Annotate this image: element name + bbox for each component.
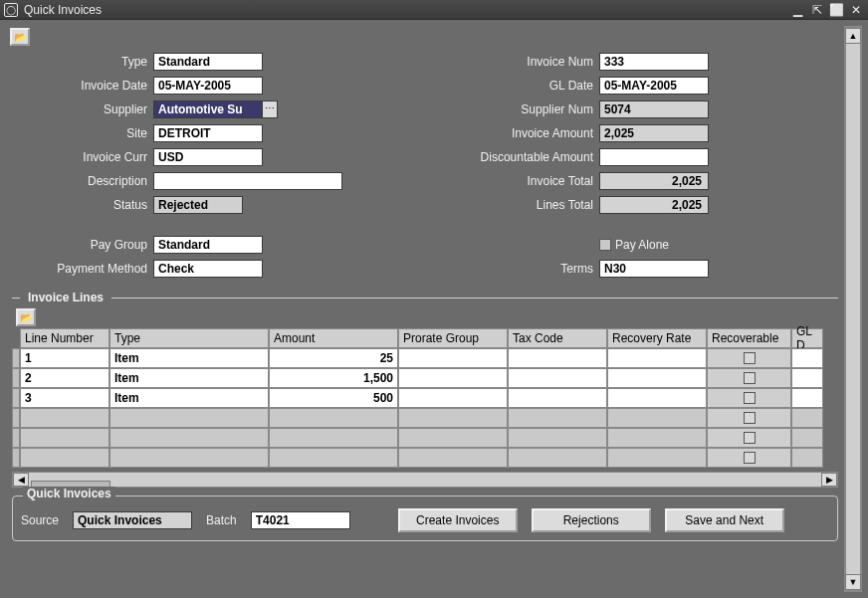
lines-total-label: Lines Total <box>440 198 599 212</box>
col-type[interactable]: Type <box>109 328 269 348</box>
invoice-header-form: Type Invoice Date Supplier ⋯ Site <box>6 48 844 287</box>
table-row-empty[interactable] <box>12 428 838 448</box>
type-label: Type <box>14 55 153 69</box>
col-line-number[interactable]: Line Number <box>20 328 109 348</box>
table-row-empty[interactable] <box>12 408 838 428</box>
create-invoices-button[interactable]: Create Invoices <box>398 508 518 532</box>
type-field[interactable] <box>153 53 263 71</box>
grid-horizontal-scrollbar[interactable]: ◀ ▶ <box>12 472 838 488</box>
cell-type[interactable]: Item <box>109 348 269 368</box>
scroll-down-icon[interactable]: ▼ <box>845 574 861 590</box>
table-row[interactable]: 3Item500 <box>12 388 838 408</box>
status-label: Status <box>14 198 153 212</box>
cell-recoverable[interactable] <box>707 368 791 388</box>
pay-alone-checkbox[interactable] <box>599 239 611 251</box>
supplier-field[interactable] <box>153 100 263 118</box>
folder-actions-icon[interactable]: 📂 <box>10 28 30 46</box>
discountable-field[interactable] <box>599 148 709 166</box>
recoverable-checkbox[interactable] <box>744 432 756 444</box>
rejections-button[interactable]: Rejections <box>532 508 651 532</box>
cell-recovery-rate[interactable] <box>607 388 707 408</box>
description-field[interactable] <box>153 172 342 190</box>
col-recoverable[interactable]: Recoverable <box>707 328 791 348</box>
lines-folder-icon[interactable]: 📂 <box>16 308 36 326</box>
invoice-num-field[interactable] <box>599 53 709 71</box>
gl-date-field[interactable] <box>599 77 709 95</box>
table-row-empty[interactable] <box>12 448 838 468</box>
cell-tax-code[interactable] <box>508 348 607 368</box>
col-tax-code[interactable]: Tax Code <box>508 328 607 348</box>
status-field <box>153 196 243 214</box>
discountable-label: Discountable Amount <box>440 150 599 164</box>
cell-type[interactable]: Item <box>109 388 269 408</box>
table-row[interactable]: 2Item1,500 <box>12 368 838 388</box>
row-handle[interactable] <box>12 348 20 368</box>
cell-amount[interactable]: 1,500 <box>269 368 398 388</box>
cell-tax-code[interactable] <box>508 388 607 408</box>
col-amount[interactable]: Amount <box>269 328 398 348</box>
site-field[interactable] <box>153 124 263 142</box>
cell-amount[interactable]: 500 <box>269 388 398 408</box>
minimize-icon[interactable]: ▁ <box>790 3 806 17</box>
cell-gl[interactable] <box>791 368 823 388</box>
invoice-date-label: Invoice Date <box>14 79 153 93</box>
cell-recovery-rate[interactable] <box>607 368 707 388</box>
source-field[interactable] <box>73 511 192 529</box>
col-prorate-group[interactable]: Prorate Group <box>398 328 508 348</box>
pay-alone-label: Pay Alone <box>615 238 669 252</box>
cell-gl[interactable] <box>791 388 823 408</box>
vertical-scrollbar[interactable]: ▲ ▼ <box>844 26 862 592</box>
payment-method-field[interactable] <box>153 260 263 278</box>
quick-invoices-window: ◯ Quick Invoices ▁ ⇱ ⬜ ✕ 📂 Type <box>0 0 868 598</box>
scroll-up-icon[interactable]: ▲ <box>845 28 861 44</box>
cell-line-number[interactable]: 2 <box>20 368 109 388</box>
cell-amount[interactable]: 25 <box>269 348 398 368</box>
window-title: Quick Invoices <box>24 3 790 17</box>
row-handle[interactable] <box>12 388 20 408</box>
supplier-num-field <box>599 100 709 118</box>
row-handle[interactable] <box>12 408 20 428</box>
invoice-amount-label: Invoice Amount <box>440 126 599 140</box>
invoice-amount-field[interactable] <box>599 124 709 142</box>
cell-prorate-group[interactable] <box>398 368 508 388</box>
batch-field[interactable] <box>251 511 350 529</box>
cell-recoverable[interactable] <box>707 388 791 408</box>
cell-type[interactable]: Item <box>109 368 269 388</box>
maximize-icon[interactable]: ⬜ <box>829 3 845 17</box>
invoice-curr-field[interactable] <box>153 148 263 166</box>
recoverable-checkbox[interactable] <box>744 352 756 364</box>
title-bar[interactable]: ◯ Quick Invoices ▁ ⇱ ⬜ ✕ <box>0 0 868 20</box>
table-row[interactable]: 1Item25 <box>12 348 838 368</box>
footer-title: Quick Invoices <box>23 487 115 500</box>
cell-recovery-rate[interactable] <box>607 348 707 368</box>
pay-group-label: Pay Group <box>14 238 153 252</box>
row-handle[interactable] <box>12 448 20 468</box>
restore-icon[interactable]: ⇱ <box>809 3 825 17</box>
scroll-left-icon[interactable]: ◀ <box>13 473 29 487</box>
row-handle[interactable] <box>12 428 20 448</box>
close-icon[interactable]: ✕ <box>848 3 864 17</box>
supplier-lov-icon[interactable]: ⋯ <box>262 100 278 118</box>
cell-line-number[interactable]: 1 <box>20 348 109 368</box>
recoverable-checkbox[interactable] <box>744 372 756 384</box>
col-recovery-rate[interactable]: Recovery Rate <box>607 328 707 348</box>
cell-line-number[interactable]: 3 <box>20 388 109 408</box>
save-and-next-button[interactable]: Save and Next <box>665 508 784 532</box>
cell-prorate-group[interactable] <box>398 388 508 408</box>
col-gl-date[interactable]: GL D <box>791 328 823 348</box>
supplier-num-label: Supplier Num <box>440 102 599 116</box>
invoice-lines-grid[interactable]: Line Number Type Amount Prorate Group Ta… <box>12 328 838 468</box>
cell-tax-code[interactable] <box>508 368 607 388</box>
row-handle[interactable] <box>12 368 20 388</box>
pay-group-field[interactable] <box>153 236 263 254</box>
scroll-right-icon[interactable]: ▶ <box>821 473 837 487</box>
recoverable-checkbox[interactable] <box>744 452 756 464</box>
recoverable-checkbox[interactable] <box>744 412 756 424</box>
cell-prorate-group[interactable] <box>398 348 508 368</box>
cell-recoverable[interactable] <box>707 348 791 368</box>
recoverable-checkbox[interactable] <box>744 392 756 404</box>
invoice-total-label: Invoice Total <box>440 174 599 188</box>
cell-gl[interactable] <box>791 348 823 368</box>
terms-field[interactable] <box>599 260 709 278</box>
invoice-date-field[interactable] <box>153 77 263 95</box>
